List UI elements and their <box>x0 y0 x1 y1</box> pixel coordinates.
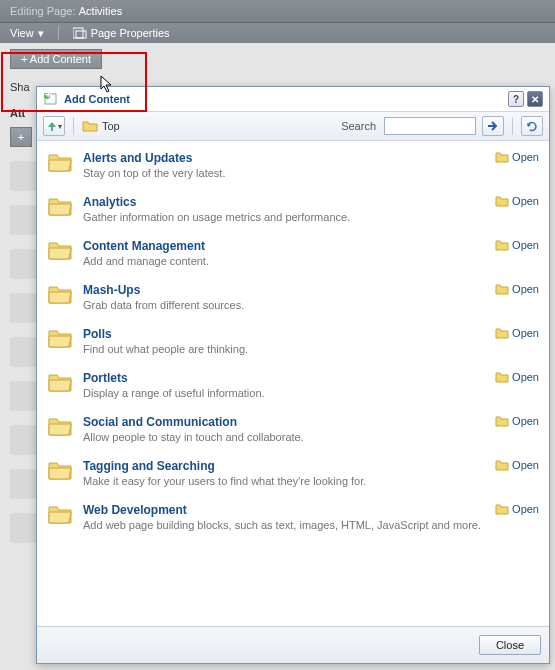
close-x-button[interactable]: ✕ <box>527 91 543 107</box>
open-link[interactable]: Open <box>495 151 539 163</box>
category-name[interactable]: Polls <box>83 327 485 341</box>
page-properties-icon <box>73 27 87 39</box>
search-input[interactable] <box>384 117 476 135</box>
category-desc: Stay on top of the very latest. <box>83 167 485 179</box>
category-name[interactable]: Alerts and Updates <box>83 151 485 165</box>
chevron-down-icon: ▾ <box>58 122 62 131</box>
category-desc: Add and manage content. <box>83 255 485 267</box>
category-list: Alerts and UpdatesStay on top of the ver… <box>37 141 549 626</box>
open-link[interactable]: Open <box>495 195 539 207</box>
folder-icon <box>47 415 73 437</box>
refresh-button[interactable] <box>521 116 543 136</box>
category-row: Web DevelopmentAdd web page building blo… <box>37 497 549 541</box>
category-desc: Gather information on usage metrics and … <box>83 211 485 223</box>
add-section-button[interactable]: + <box>10 127 32 147</box>
chevron-down-icon: ▾ <box>38 27 44 40</box>
dialog-toolbar: ▾ Top Search <box>37 112 549 141</box>
divider <box>58 26 59 40</box>
window-titlebar: Editing Page: Activities <box>0 0 555 23</box>
folder-icon <box>47 327 73 349</box>
folder-icon <box>47 503 73 525</box>
folder-icon <box>47 283 73 305</box>
category-name[interactable]: Analytics <box>83 195 485 209</box>
category-desc: Make it easy for your users to find what… <box>83 475 485 487</box>
search-label: Search <box>341 120 376 132</box>
add-content-button[interactable]: + Add Content <box>10 49 102 69</box>
category-desc: Display a range of useful information. <box>83 387 485 399</box>
category-desc: Allow people to stay in touch and collab… <box>83 431 485 443</box>
category-row: Alerts and UpdatesStay on top of the ver… <box>37 145 549 189</box>
category-row: PortletsDisplay a range of useful inform… <box>37 365 549 409</box>
category-name[interactable]: Social and Communication <box>83 415 485 429</box>
folder-icon <box>82 119 98 133</box>
category-desc: Find out what people are thinking. <box>83 343 485 355</box>
category-desc: Add web page building blocks, such as te… <box>83 519 485 531</box>
folder-icon <box>47 239 73 261</box>
page-properties-label: Page Properties <box>91 27 170 39</box>
folder-icon <box>47 459 73 481</box>
open-link[interactable]: Open <box>495 371 539 383</box>
open-link[interactable]: Open <box>495 239 539 251</box>
open-link[interactable]: Open <box>495 503 539 515</box>
title-page-name: Activities <box>79 5 122 17</box>
up-arrow-icon <box>46 120 58 132</box>
title-label: Editing Page: <box>10 5 75 17</box>
category-row: PollsFind out what people are thinking.O… <box>37 321 549 365</box>
page-properties[interactable]: Page Properties <box>73 27 170 39</box>
folder-icon <box>47 151 73 173</box>
dialog-title-text: Add Content <box>64 93 130 105</box>
open-link[interactable]: Open <box>495 283 539 295</box>
up-level-button[interactable]: ▾ <box>43 116 65 136</box>
category-desc: Grab data from different sources. <box>83 299 485 311</box>
open-link[interactable]: Open <box>495 327 539 339</box>
category-name[interactable]: Portlets <box>83 371 485 385</box>
add-content-dialog: + Add Content ? ✕ ▾ Top Search Alerts an… <box>36 86 550 664</box>
category-row: Content ManagementAdd and manage content… <box>37 233 549 277</box>
category-name[interactable]: Mash-Ups <box>83 283 485 297</box>
category-name[interactable]: Web Development <box>83 503 485 517</box>
view-menu[interactable]: View ▾ <box>10 27 44 40</box>
category-name[interactable]: Tagging and Searching <box>83 459 485 473</box>
close-button[interactable]: Close <box>479 635 541 655</box>
add-content-icon: + <box>43 92 59 106</box>
menubar: View ▾ Page Properties <box>0 23 555 43</box>
svg-text:+: + <box>45 92 51 100</box>
search-go-button[interactable] <box>482 116 504 136</box>
divider <box>512 117 513 135</box>
help-button[interactable]: ? <box>508 91 524 107</box>
arrow-right-icon <box>487 121 499 131</box>
category-row: Mash-UpsGrab data from different sources… <box>37 277 549 321</box>
divider <box>73 117 74 135</box>
view-label: View <box>10 27 34 39</box>
breadcrumb[interactable]: Top <box>82 119 120 133</box>
svg-rect-0 <box>73 28 83 38</box>
category-row: Tagging and SearchingMake it easy for yo… <box>37 453 549 497</box>
dialog-header: + Add Content ? ✕ <box>37 87 549 112</box>
refresh-icon <box>525 120 539 132</box>
dialog-footer: Close <box>37 626 549 663</box>
dialog-title: + Add Content <box>43 92 130 106</box>
open-link[interactable]: Open <box>495 415 539 427</box>
folder-icon <box>47 371 73 393</box>
svg-rect-1 <box>76 31 86 38</box>
category-row: AnalyticsGather information on usage met… <box>37 189 549 233</box>
breadcrumb-text: Top <box>102 120 120 132</box>
add-content-label: + Add Content <box>21 53 91 65</box>
category-row: Social and CommunicationAllow people to … <box>37 409 549 453</box>
category-name[interactable]: Content Management <box>83 239 485 253</box>
folder-icon <box>47 195 73 217</box>
open-link[interactable]: Open <box>495 459 539 471</box>
